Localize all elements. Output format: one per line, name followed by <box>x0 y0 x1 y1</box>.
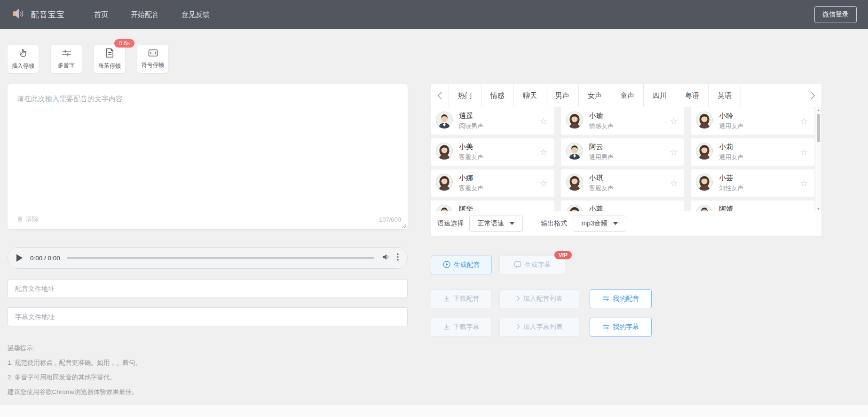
voice-tab-9[interactable]: 英语 <box>709 84 741 107</box>
nav-item-start-dubbing[interactable]: 开始配音 <box>131 10 159 19</box>
tool-button-label: 插入停顿 <box>12 62 34 70</box>
scroll-up-icon[interactable]: ▲ <box>815 108 821 112</box>
player-seek-bar[interactable] <box>67 257 374 259</box>
volume-icon[interactable] <box>382 253 390 263</box>
favorite-star-icon[interactable]: ☆ <box>540 148 548 157</box>
favorite-star-icon[interactable]: ☆ <box>800 148 808 157</box>
voice-name: 小蓉 <box>589 205 614 211</box>
my-subtitle-button[interactable]: 我的字幕 <box>590 318 652 337</box>
voice-card-小芸[interactable]: 小芸知性女声☆ <box>691 169 814 197</box>
add-subtitle-list-button[interactable]: 加入字幕列表 <box>499 318 579 337</box>
pause-toolbar: 插入停顿多音字段落停顿0.6s符号停顿 <box>0 29 868 73</box>
tool-button-2[interactable]: 多音字 <box>51 45 82 73</box>
voice-card-阿云[interactable]: 阿云通用男声☆ <box>561 138 685 166</box>
voice-tabs-row: 热门情感聊天男声女声童声四川粤语英语 <box>431 84 821 107</box>
add-subtitle-list-label: 加入字幕列表 <box>523 323 563 331</box>
voice-card-阿靖[interactable]: 阿靖情感男声☆ <box>691 200 814 211</box>
hand-icon <box>18 48 28 60</box>
nav-item-home[interactable]: 首页 <box>94 10 108 19</box>
voice-avatar <box>435 204 453 211</box>
favorite-star-icon[interactable]: ☆ <box>670 179 678 188</box>
tabs-scroll-left-icon[interactable] <box>431 84 449 107</box>
format-value: mp3音频 <box>581 219 607 228</box>
favorite-star-icon[interactable]: ☆ <box>670 117 678 126</box>
subtitle-bubble-icon <box>514 261 521 270</box>
generate-voice-label: 生成配音 <box>454 261 480 269</box>
voice-card-阿华[interactable]: 阿华通用男声☆ <box>431 200 554 211</box>
download-subtitle-button[interactable]: 下载字幕 <box>431 318 492 337</box>
voice-tab-7[interactable]: 四川 <box>644 84 676 107</box>
subtitle-file-url-input[interactable] <box>8 307 408 326</box>
voice-tab-5[interactable]: 女声 <box>579 84 611 107</box>
voice-tab-8[interactable]: 粤语 <box>676 84 709 107</box>
voice-file-url-input[interactable] <box>8 279 408 298</box>
voice-card-小娜[interactable]: 小娜客服女声☆ <box>431 169 554 197</box>
voice-card-小瑜[interactable]: 小瑜情感女声☆ <box>561 107 685 135</box>
play-circle-icon <box>443 261 450 270</box>
favorite-star-icon[interactable]: ☆ <box>540 210 548 212</box>
voice-avatar <box>435 142 453 162</box>
favorite-star-icon[interactable]: ☆ <box>800 179 808 188</box>
favorite-star-icon[interactable]: ☆ <box>800 210 808 212</box>
generate-subtitle-button[interactable]: VIP 生成字幕 <box>499 256 565 274</box>
tips-line-1: 1. 规范使用标点，配音更准确。如用，。断句。 <box>8 359 408 367</box>
nav-item-feedback[interactable]: 意见反馈 <box>181 10 210 19</box>
favorite-star-icon[interactable]: ☆ <box>540 117 548 126</box>
voice-avatar <box>566 142 584 162</box>
favorite-star-icon[interactable]: ☆ <box>670 148 678 157</box>
voice-card-逍遥[interactable]: 逍遥阅读男声☆ <box>431 107 554 135</box>
favorite-star-icon[interactable]: ☆ <box>670 210 678 212</box>
brand[interactable]: 配音宝宝 <box>11 7 65 23</box>
voice-tab-1[interactable]: 热门 <box>449 84 481 107</box>
voice-avatar <box>566 111 584 131</box>
tool-button-3[interactable]: 段落停顿0.6s <box>94 45 125 73</box>
tabs-scroll-right-icon[interactable] <box>804 84 821 107</box>
navbar: 配音宝宝 首页 开始配音 意见反馈 微信登录 <box>0 0 868 29</box>
dubbing-text-input[interactable] <box>8 84 408 203</box>
add-voice-list-label: 加入配音列表 <box>523 295 563 303</box>
voice-name: 小娜 <box>459 174 483 183</box>
voice-list-scrollbar[interactable]: ▲ ▼ <box>815 107 821 211</box>
voice-tab-4[interactable]: 男声 <box>546 84 579 107</box>
generate-voice-button[interactable]: 生成配音 <box>431 256 492 274</box>
speed-select[interactable]: 正常语速 <box>469 216 523 232</box>
voice-description: 客服女声 <box>459 184 483 192</box>
player-menu-icon[interactable] <box>397 253 399 263</box>
tool-button-4[interactable]: 符号停顿 <box>137 45 168 73</box>
play-button[interactable] <box>16 254 23 262</box>
voice-tab-2[interactable]: 情感 <box>481 84 514 107</box>
favorite-star-icon[interactable]: ☆ <box>540 179 548 188</box>
wechat-login-button[interactable]: 微信登录 <box>814 6 857 23</box>
download-voice-button[interactable]: 下载配音 <box>431 289 492 308</box>
clear-text-button[interactable]: 清除 <box>17 215 39 224</box>
add-voice-list-button[interactable]: 加入配音列表 <box>499 289 579 308</box>
download-icon <box>443 323 450 331</box>
voice-description: 通用男声 <box>589 153 614 161</box>
voice-tab-6[interactable]: 童声 <box>611 84 644 107</box>
voice-card-小琪[interactable]: 小琪客服女声☆ <box>561 169 685 197</box>
voice-name: 小琪 <box>589 174 614 183</box>
format-select[interactable]: mp3音频 <box>573 216 626 232</box>
tool-button-1[interactable]: 插入停顿 <box>8 45 39 73</box>
scroll-down-icon[interactable]: ▼ <box>815 207 821 210</box>
tool-button-label: 符号停顿 <box>142 61 164 69</box>
voice-card-小美[interactable]: 小美客服女声☆ <box>431 138 554 166</box>
format-label: 输出格式 <box>541 219 567 228</box>
voice-tab-3[interactable]: 聊天 <box>514 84 546 107</box>
sliders-icon <box>602 323 609 331</box>
chevron-right-icon <box>516 323 520 331</box>
scrollbar-thumb[interactable] <box>817 114 820 142</box>
voice-card-小莉[interactable]: 小莉通用女声☆ <box>691 138 814 166</box>
main-content: 清除 107/600 0:00 / 0:00 <box>0 84 868 396</box>
voice-card-小蓉[interactable]: 小蓉情感女声☆ <box>561 200 685 211</box>
tips-section: 温馨提示:1. 规范使用标点，配音更准确。如用，。断句。2. 多音字可用相同发音… <box>8 344 408 396</box>
resize-grip[interactable] <box>401 223 406 228</box>
voice-card-小聆[interactable]: 小聆通用女声☆ <box>691 107 814 135</box>
voice-avatar <box>566 173 584 193</box>
my-voice-button[interactable]: 我的配音 <box>590 289 652 308</box>
voice-description: 通用女声 <box>719 122 743 130</box>
speed-label: 语速选择 <box>437 219 464 228</box>
voice-description: 客服女声 <box>459 153 483 161</box>
favorite-star-icon[interactable]: ☆ <box>800 117 808 126</box>
clear-text-label: 清除 <box>25 215 39 224</box>
